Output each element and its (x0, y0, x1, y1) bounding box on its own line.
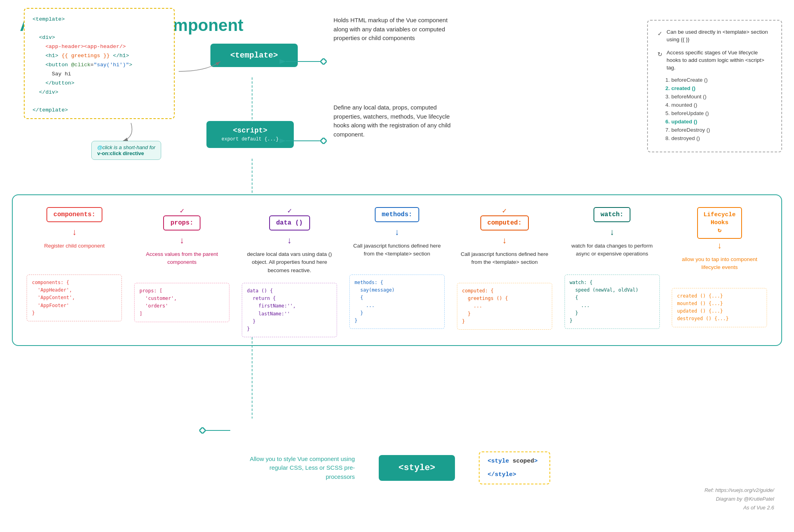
lifecycle-text-2: Access specific stages of Vue lifecycle … (667, 49, 772, 72)
lifecycle-info-box: ✓ Can be used directly in <template> sec… (647, 20, 782, 152)
middle-container: components: ↓ Register child component c… (12, 194, 782, 346)
style-scoped-open: <style (488, 458, 509, 465)
template-block: <template> (210, 44, 298, 67)
annotation-text2: v-on:click directive (97, 150, 144, 156)
props-code: props: [ 'customer', 'orders' ] (134, 283, 229, 322)
ref-line2: Diagram by @KrutiePatel (716, 496, 774, 502)
script-block-subtitle: export default {...} (222, 136, 279, 142)
page: Anatomy of Vue Component (0, 0, 794, 532)
methods-desc: Call javascript functions defined here f… (349, 242, 445, 270)
watch-desc: watch for data changes to perform async … (565, 242, 660, 270)
hook-2: 2. created () (665, 85, 772, 91)
script-description: Define any local data, props, computed p… (333, 103, 453, 139)
hook-3: 3. beforeMount () (665, 94, 772, 100)
data-arrow: ↓ (287, 235, 292, 246)
style-end-tag: </style> (488, 471, 516, 478)
components-code: components: { 'AppHeader', 'AppContent',… (27, 275, 122, 321)
watch-arrow: ↓ (610, 227, 614, 237)
lifecycle-hooks-list: 1. beforeCreate () 2. created () 3. befo… (657, 77, 772, 141)
computed-check: ✓ (502, 207, 507, 215)
watch-code: watch: { speed (newVal, oldVal) { ... } … (565, 275, 660, 329)
watch-label: watch: (594, 207, 631, 222)
components-desc: Register child component (44, 242, 104, 270)
lifecycle-label-text: LifecycleHooks (703, 211, 736, 227)
computed-code: computed: { greetings () { ... } } (457, 283, 552, 330)
hook-1: 1. beforeCreate () (665, 77, 772, 83)
props-label: props: (163, 215, 200, 230)
methods-code: methods: { say(message) { ... } } (349, 275, 445, 329)
watch-col: watch: ↓ watch for data changes to perfo… (565, 207, 660, 337)
template-desc-text: Holds HTML markup of the Vue component a… (333, 17, 447, 41)
props-check: ✓ (179, 207, 185, 215)
script-desc-text: Define any local data, props, computed p… (333, 104, 451, 138)
style-block: <style> (379, 455, 455, 481)
data-check: ✓ (287, 207, 292, 215)
template-code-box: <template> <div> <app-header><app-header… (24, 8, 175, 119)
data-label: data () (269, 215, 310, 230)
lifecycle-col: LifecycleHooks ↻ ↓ allow you to tap into… (672, 207, 767, 337)
data-code: data () { return { firstName:'', lastNam… (242, 283, 337, 337)
data-desc: declare local data vars using data () ob… (242, 250, 337, 278)
methods-arrow: ↓ (395, 227, 399, 237)
check-icon-1: ✓ (657, 29, 663, 38)
refresh-icon-1: ↻ (657, 50, 663, 58)
hook-8: 8. destroyed () (665, 135, 772, 141)
template-code: <template> <div> <app-header><app-header… (33, 15, 166, 115)
style-desc-text: Allow you to style Vue component using r… (250, 455, 355, 480)
lifecycle-refresh-icon: ↻ (718, 227, 722, 235)
props-arrow: ↓ (180, 235, 184, 246)
click-annotation: @click is a short-hand for v-on:click di… (91, 141, 161, 160)
style-scoped-box: <style scoped> </style> (479, 451, 550, 484)
hook-5: 5. beforeUpdate () (665, 110, 772, 116)
hook-7: 7. beforeDestroy () (665, 127, 772, 133)
computed-col: ✓ computed: ↓ Call javascript functions … (457, 207, 552, 337)
lifecycle-header-wrap: LifecycleHooks ↻ (697, 207, 742, 239)
ref-line1: Ref: https://vuejs.org/v2/guide/ (704, 487, 774, 493)
hook-4: 4. mounted () (665, 102, 772, 108)
computed-desc: Call javascript functions defined here f… (457, 250, 552, 278)
lifecycle-item-1: ✓ Can be used directly in <template> sec… (657, 29, 772, 44)
template-block-label: <template> (230, 51, 278, 60)
lifecycle-desc: allow you to tap into component lifecycl… (672, 255, 767, 283)
script-block: <script> export default {...} (206, 121, 294, 148)
reference-text: Ref: https://vuejs.org/v2/guide/ Diagram… (704, 486, 774, 512)
methods-label: methods: (375, 207, 420, 222)
style-scoped-close: > (534, 458, 538, 465)
props-col: ✓ props: ↓ Access values from the parent… (134, 207, 229, 337)
props-desc: Access values from the parent components (134, 250, 229, 278)
at-sign: @ (97, 144, 102, 150)
template-description: Holds HTML markup of the Vue component a… (333, 16, 453, 43)
lifecycle-item-2: ↻ Access specific stages of Vue lifecycl… (657, 49, 772, 72)
hook-6: 6. updated () (665, 119, 772, 125)
bottom-section: Allow you to style Vue component using r… (0, 451, 794, 484)
data-col: ✓ data () ↓ declare local data vars usin… (242, 207, 337, 337)
lifecycle-text-1: Can be used directly in <template> secti… (667, 29, 772, 44)
style-arrow-area: <style> (379, 455, 455, 481)
scoped-keyword: scoped (513, 458, 534, 465)
methods-col: methods: ↓ Call javascript functions def… (349, 207, 445, 337)
computed-label: computed: (480, 215, 529, 230)
computed-arrow: ↓ (502, 235, 507, 246)
components-col: components: ↓ Register child component c… (27, 207, 122, 337)
components-arrow: ↓ (72, 227, 77, 237)
style-description: Allow you to style Vue component using r… (244, 455, 355, 482)
ref-line3: As of Vue 2.6 (743, 505, 774, 511)
script-block-label: <script> (233, 127, 267, 134)
annotation-text1: click is a short-hand for (102, 144, 156, 150)
lifecycle-arrow: ↓ (717, 240, 722, 251)
style-block-label: <style> (399, 463, 435, 473)
lifecycle-col-label: LifecycleHooks ↻ (697, 207, 742, 239)
lifecycle-code: created () {...} mounted () {...} update… (672, 288, 767, 327)
components-label: components: (46, 207, 103, 222)
